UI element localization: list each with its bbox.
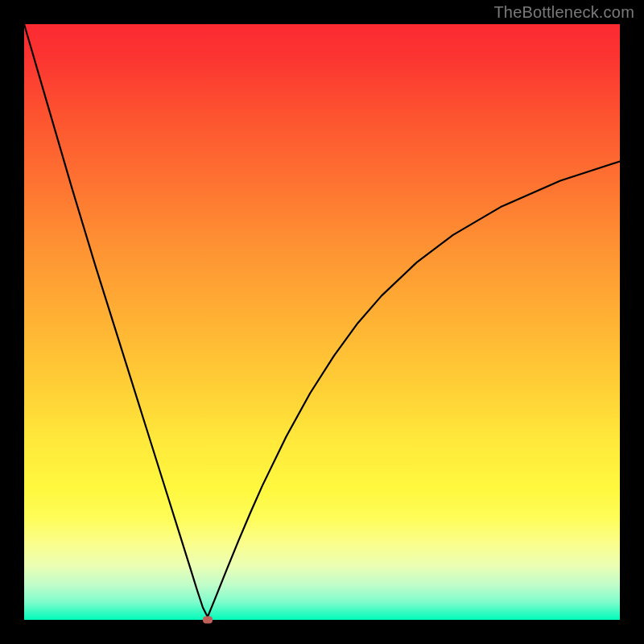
chart-canvas: TheBottleneck.com xyxy=(0,0,644,644)
optimum-marker xyxy=(203,617,213,624)
site-watermark: TheBottleneck.com xyxy=(493,3,634,22)
plot-svg xyxy=(24,24,620,620)
plot-area xyxy=(24,24,620,620)
bottleneck-curve xyxy=(24,24,620,617)
